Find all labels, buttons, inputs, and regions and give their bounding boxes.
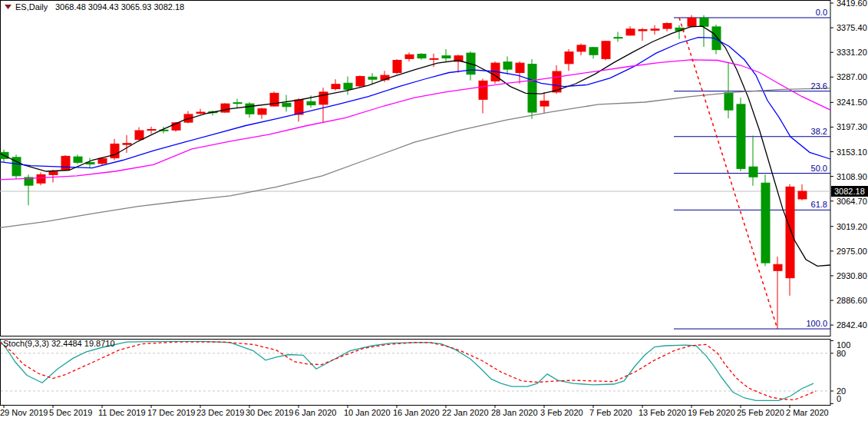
candlestick-chart[interactable]: 0.023.638.250.061.8100.0 3419.603375.403… bbox=[0, 0, 868, 421]
candle-body bbox=[393, 60, 401, 72]
candle-body bbox=[663, 24, 672, 29]
candle-body bbox=[540, 101, 549, 107]
candle-body bbox=[258, 109, 266, 114]
candle-body bbox=[98, 158, 107, 164]
price-axis-label: 3287.00 bbox=[837, 72, 867, 81]
price-axis-label: 3331.20 bbox=[837, 48, 867, 57]
candle-body bbox=[282, 103, 291, 106]
candle-body bbox=[786, 187, 794, 277]
candle-body bbox=[196, 112, 205, 113]
date-axis-label: 7 Feb 2020 bbox=[589, 408, 632, 417]
candle-body bbox=[74, 157, 82, 162]
candle-body bbox=[565, 52, 573, 64]
candle-body bbox=[319, 92, 328, 104]
candle-body bbox=[221, 104, 229, 112]
price-axis[interactable]: 3419.603375.403331.203287.003241.503197.… bbox=[830, 0, 868, 330]
price-axis-label: 3419.60 bbox=[837, 0, 867, 8]
candle-body bbox=[246, 104, 254, 114]
candle-body bbox=[147, 130, 156, 131]
date-axis-label: 19 Feb 2020 bbox=[688, 408, 735, 417]
stoch-axis-label: 80 bbox=[837, 349, 846, 358]
candle-body bbox=[356, 77, 365, 86]
candle-body bbox=[737, 104, 745, 169]
candle-body bbox=[798, 191, 807, 199]
price-axis-label: 3108.90 bbox=[837, 172, 867, 181]
symbol-period-label: ES,Daily bbox=[15, 2, 48, 12]
date-axis-label: 22 Jan 2020 bbox=[442, 408, 489, 417]
price-axis-label: 3019.20 bbox=[837, 222, 867, 231]
ohlc-readout: 3068.48 3094.43 3065.93 3082.18 bbox=[55, 2, 184, 12]
fib-level-label: 23.6 bbox=[811, 81, 827, 91]
price-axis-label: 3375.40 bbox=[837, 23, 867, 32]
date-axis-label: 6 Jan 2020 bbox=[295, 408, 336, 417]
candle-body bbox=[749, 167, 757, 177]
candle-body bbox=[577, 45, 586, 51]
fib-level-label: 100.0 bbox=[806, 319, 827, 328]
candle-body bbox=[503, 62, 512, 69]
fib-level-label: 50.0 bbox=[811, 164, 827, 173]
candle-body bbox=[307, 101, 315, 104]
candle-body bbox=[135, 131, 144, 140]
symbol-header: ES,Daily 3068.48 3094.43 3065.93 3082.18 bbox=[5, 2, 184, 12]
candle-body bbox=[651, 29, 659, 30]
candle-body bbox=[37, 174, 45, 183]
price-axis-label: 3153.10 bbox=[837, 148, 867, 157]
candle-body bbox=[516, 63, 524, 72]
candle-body bbox=[442, 56, 451, 58]
price-axis-label: 2930.80 bbox=[837, 271, 867, 280]
date-axis-label: 5 Dec 2019 bbox=[49, 408, 92, 417]
price-axis-label: 2975.00 bbox=[837, 247, 867, 256]
candle-body bbox=[49, 172, 58, 175]
candle-body bbox=[430, 58, 438, 59]
stochastic-axis[interactable]: 10080200 bbox=[830, 340, 850, 403]
candle-body bbox=[233, 103, 242, 104]
price-axis-label: 3241.50 bbox=[837, 98, 867, 107]
date-axis-label: 30 Dec 2019 bbox=[246, 408, 293, 417]
fib-level-label: 61.8 bbox=[811, 200, 827, 209]
date-axis-label: 23 Dec 2019 bbox=[196, 408, 244, 417]
price-axis-label: 2842.40 bbox=[837, 320, 867, 330]
candle-body bbox=[368, 77, 377, 79]
date-axis-label: 2 Mar 2020 bbox=[786, 408, 829, 417]
candle-body bbox=[639, 30, 647, 31]
candle-body bbox=[405, 55, 414, 58]
stochastic-indicator-label: Stoch(9,3,3) 32.4484 19.8710 bbox=[3, 339, 115, 348]
candle-body bbox=[589, 48, 598, 55]
candle-body bbox=[724, 93, 733, 111]
candle-body bbox=[700, 18, 708, 26]
date-axis-label: 10 Jan 2020 bbox=[344, 408, 391, 417]
candle-body bbox=[479, 81, 487, 99]
candle-body bbox=[688, 18, 696, 26]
candle-body bbox=[774, 264, 782, 270]
candle-body bbox=[61, 156, 70, 169]
price-axis-label: 3197.30 bbox=[837, 122, 867, 131]
stoch-axis-label: 0 bbox=[837, 394, 841, 403]
price-axis-label: 3064.70 bbox=[837, 197, 867, 206]
date-axis[interactable]: 29 Nov 20195 Dec 201911 Dec 201917 Dec 2… bbox=[0, 406, 829, 417]
date-axis-label: 16 Jan 2020 bbox=[393, 408, 440, 417]
candle-body bbox=[332, 85, 340, 89]
candle-body bbox=[614, 38, 622, 38]
date-axis-label: 11 Dec 2019 bbox=[98, 408, 146, 417]
candle-body bbox=[528, 65, 536, 112]
candle-body bbox=[602, 41, 610, 59]
date-axis-label: 13 Feb 2020 bbox=[639, 408, 686, 417]
date-axis-label: 25 Feb 2020 bbox=[737, 408, 784, 417]
date-axis-label: 29 Nov 2019 bbox=[0, 408, 48, 417]
candle-body bbox=[123, 144, 131, 144]
fib-level-label: 0.0 bbox=[816, 8, 827, 17]
stochastic-panel[interactable] bbox=[1, 340, 831, 406]
price-panel[interactable] bbox=[1, 1, 831, 336]
date-axis-label: 17 Dec 2019 bbox=[147, 408, 195, 417]
candle-body bbox=[295, 100, 303, 114]
price-axis-label: 2886.60 bbox=[837, 296, 867, 305]
candle-body bbox=[344, 83, 352, 89]
date-axis-label: 28 Jan 2020 bbox=[491, 408, 538, 417]
date-axis-label: 3 Feb 2020 bbox=[540, 408, 583, 417]
candle-body bbox=[626, 29, 635, 35]
fib-level-label: 38.2 bbox=[811, 127, 827, 136]
current-price-badge-text: 3082.18 bbox=[834, 187, 865, 196]
trading-terminal-chart-window[interactable]: 0.023.638.250.061.8100.0 3419.603375.403… bbox=[0, 0, 868, 421]
candle-body bbox=[417, 55, 426, 58]
candle-body bbox=[761, 183, 770, 263]
